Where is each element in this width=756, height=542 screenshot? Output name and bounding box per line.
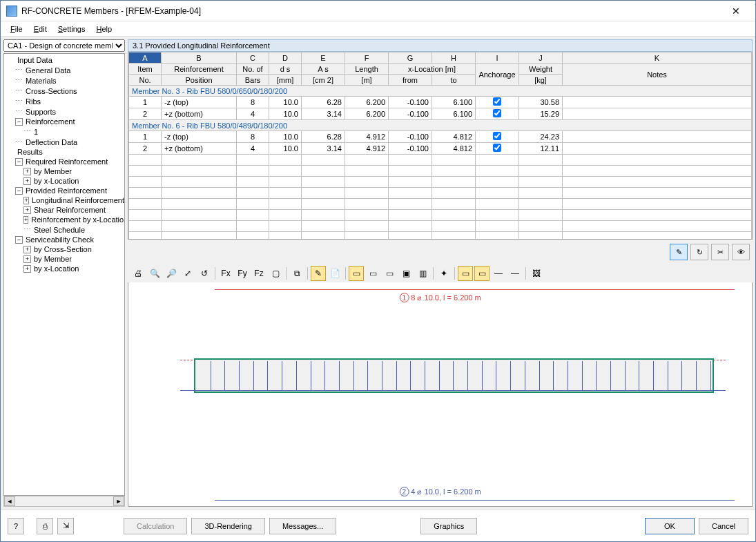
tree-toggle-icon[interactable]: + (23, 255, 31, 263)
tree-node[interactable]: −Reinforcement (4, 117, 124, 126)
d3-icon[interactable]: — (491, 266, 506, 281)
tree-node[interactable]: +Longitudinal Reinforcement (4, 195, 124, 205)
tree-node[interactable]: ⋯Ribs (4, 96, 124, 106)
table-row[interactable] (129, 177, 752, 188)
apply-icon[interactable]: ↻ (690, 244, 708, 260)
col-letter[interactable]: B (162, 52, 237, 64)
tree-toggle-icon[interactable]: − (15, 236, 23, 244)
edit-icon[interactable]: ✎ (670, 244, 688, 260)
3d-rendering-button[interactable]: 3D-Rendering (191, 518, 264, 534)
close-button[interactable]: ✕ (722, 6, 750, 17)
tree-node[interactable]: ⋯Supports (4, 106, 124, 117)
export-button[interactable]: ⇲ (57, 518, 74, 534)
zoom-icon[interactable]: 🔎 (164, 266, 179, 281)
col-hdr[interactable]: Bars (237, 75, 269, 86)
tree-node[interactable]: +by Member (4, 166, 124, 176)
col-letter[interactable]: C (237, 52, 269, 64)
calculation-button[interactable]: Calculation (124, 518, 187, 534)
table-row[interactable]: 2+z (bottom)410.03.146.200-0.1006.10015.… (129, 108, 752, 120)
table-row[interactable]: 2+z (bottom)410.03.144.912-0.1004.81212.… (129, 143, 752, 155)
table-row[interactable]: 1-z (top)810.06.286.200-0.1006.10030.58 (129, 97, 752, 108)
anchorage-checkbox[interactable] (493, 144, 501, 152)
tree-node[interactable]: +Reinforcement by x-Location (4, 215, 124, 224)
doc-icon[interactable]: 📄 (327, 266, 342, 281)
col-hdr[interactable]: d s (269, 64, 302, 75)
table-row[interactable] (129, 221, 752, 232)
d4-icon[interactable]: — (507, 266, 523, 281)
fx-icon[interactable]: Fx (218, 266, 233, 281)
data-table-wrap[interactable]: ABCDEFGHIJKItemReinforcementNo. ofd sA s… (128, 52, 753, 240)
nav-tree[interactable]: Input Data⋯General Data⋯Materials⋯Cross-… (3, 53, 125, 496)
col-letter[interactable]: A (129, 52, 162, 64)
fy-icon[interactable]: Fy (235, 266, 250, 281)
tree-node[interactable]: ⋯Steel Schedule (4, 224, 124, 235)
tree-node[interactable]: −Provided Reinforcement (4, 186, 124, 195)
col-hdr[interactable]: Notes (563, 64, 752, 86)
case-selector[interactable]: CA1 - Design of concrete memb (3, 39, 125, 52)
tree-node[interactable]: Input Data (4, 55, 124, 65)
view-icon[interactable]: 👁 (732, 244, 750, 260)
print-button[interactable]: ⎙ (37, 518, 53, 534)
col-hdr[interactable]: [mm] (269, 75, 302, 86)
col-letter[interactable]: J (519, 52, 563, 64)
menu-settings[interactable]: Settings (52, 23, 91, 35)
col-letter[interactable]: H (432, 52, 476, 64)
col-hdr[interactable]: from (389, 75, 432, 86)
col-hdr[interactable]: No. of (237, 64, 269, 75)
col-hdr[interactable]: Position (162, 75, 237, 86)
tree-toggle-icon[interactable]: − (15, 118, 23, 126)
find-icon[interactable]: 🔍 (147, 266, 162, 281)
anchorage-checkbox[interactable] (493, 109, 501, 117)
col-hdr[interactable]: [m] (345, 75, 389, 86)
col-letter[interactable]: E (302, 52, 345, 64)
tree-node[interactable]: −Serviceability Check (4, 235, 124, 244)
anchorage-checkbox[interactable] (493, 132, 501, 140)
table-row[interactable] (129, 210, 752, 221)
tree-node[interactable]: ⋯Cross-Sections (4, 86, 124, 96)
data-table[interactable]: ABCDEFGHIJKItemReinforcementNo. ofd sA s… (128, 52, 752, 240)
v2-icon[interactable]: ▭ (365, 266, 380, 281)
v4-icon[interactable]: ▣ (398, 266, 414, 281)
tree-node[interactable]: Results (4, 147, 124, 157)
tree-node[interactable]: +by Member (4, 254, 124, 264)
rotate-icon[interactable]: ↺ (197, 266, 212, 281)
table-row[interactable] (129, 155, 752, 166)
help-button[interactable]: ? (8, 518, 24, 534)
tree-toggle-icon[interactable]: − (15, 187, 23, 195)
tree-node[interactable]: ⋯General Data (4, 65, 124, 75)
tree-toggle-icon[interactable]: + (23, 216, 28, 224)
tree-toggle-icon[interactable]: + (23, 197, 29, 204)
col-hdr[interactable]: Reinforcement (162, 64, 237, 75)
anchorage-checkbox[interactable] (493, 97, 501, 106)
col-hdr[interactable]: [kg] (519, 75, 563, 86)
col-hdr[interactable]: No. (129, 75, 162, 86)
tree-hscroll[interactable]: ◄► (3, 496, 125, 507)
col-hdr[interactable]: Anchorage (476, 64, 519, 86)
v5-icon[interactable]: ▥ (415, 266, 430, 281)
col-hdr[interactable]: Length (345, 64, 389, 75)
v1-icon[interactable]: ▭ (349, 266, 364, 281)
tree-node[interactable]: ⋯1 (4, 126, 124, 137)
col-letter[interactable]: K (563, 52, 752, 64)
tree-node[interactable]: +by x-Location (4, 176, 124, 186)
tree-node[interactable]: ⋯Materials (4, 75, 124, 86)
graphics-button[interactable]: Graphics (420, 518, 477, 534)
box-icon[interactable]: ▢ (268, 266, 283, 281)
table-row[interactable] (129, 232, 752, 240)
col-letter[interactable]: D (269, 52, 302, 64)
col-letter[interactable]: G (389, 52, 432, 64)
menu-file[interactable]: File (5, 23, 28, 35)
tree-toggle-icon[interactable]: + (23, 177, 31, 185)
menu-edit[interactable]: Edit (28, 23, 52, 35)
axes-icon[interactable]: ✦ (436, 266, 452, 281)
d2-icon[interactable]: ▭ (474, 266, 490, 281)
tree-node[interactable]: −Required Reinforcement (4, 157, 124, 166)
group-row[interactable]: Member No. 6 - Rib FBU 580/0/489/0/180/2… (129, 120, 752, 131)
tree-toggle-icon[interactable]: − (15, 158, 23, 166)
tree-toggle-icon[interactable]: + (23, 168, 31, 175)
tree-toggle-icon[interactable]: + (23, 246, 31, 253)
col-hdr[interactable]: Weight (519, 64, 563, 75)
col-hdr[interactable]: to (432, 75, 476, 86)
img-icon[interactable]: 🖼 (529, 266, 544, 281)
messages-button[interactable]: Messages... (269, 518, 336, 534)
